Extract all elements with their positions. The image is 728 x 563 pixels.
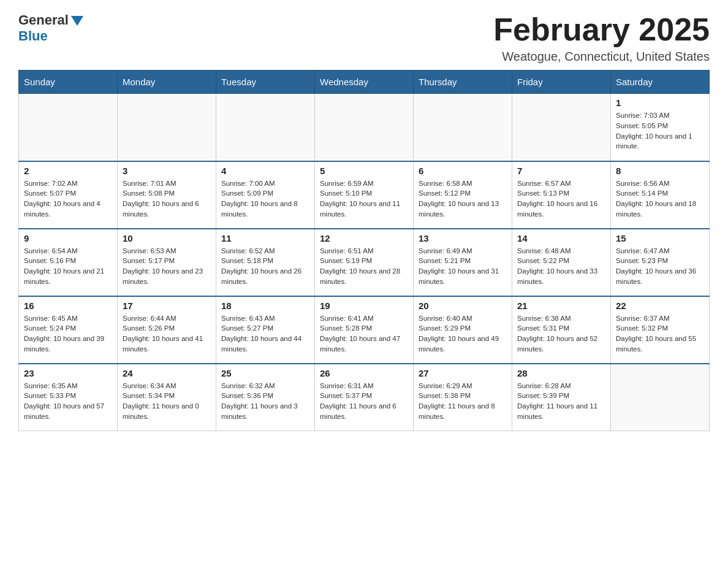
col-header-monday: Monday — [118, 71, 216, 94]
day-info: Sunrise: 6:45 AM Sunset: 5:24 PM Dayligh… — [24, 313, 112, 354]
day-info: Sunrise: 6:40 AM Sunset: 5:29 PM Dayligh… — [419, 313, 507, 354]
calendar-cell-w5-d6: 28Sunrise: 6:28 AM Sunset: 5:39 PM Dayli… — [512, 364, 611, 431]
day-number: 2 — [24, 166, 112, 176]
day-number: 26 — [320, 368, 408, 378]
day-number: 7 — [517, 166, 605, 176]
day-number: 1 — [616, 98, 704, 108]
day-info: Sunrise: 6:49 AM Sunset: 5:21 PM Dayligh… — [419, 246, 507, 287]
day-number: 3 — [123, 166, 211, 176]
calendar-cell-w1-d4 — [315, 94, 414, 161]
calendar-cell-w2-d5: 6Sunrise: 6:58 AM Sunset: 5:12 PM Daylig… — [414, 161, 512, 229]
calendar-cell-w4-d6: 21Sunrise: 6:38 AM Sunset: 5:31 PM Dayli… — [512, 296, 611, 364]
col-header-friday: Friday — [512, 71, 611, 94]
calendar-table: Sunday Monday Tuesday Wednesday Thursday… — [18, 70, 710, 431]
day-number: 6 — [419, 166, 507, 176]
day-info: Sunrise: 7:03 AM Sunset: 5:05 PM Dayligh… — [616, 110, 704, 151]
calendar-cell-w5-d2: 24Sunrise: 6:34 AM Sunset: 5:34 PM Dayli… — [118, 364, 216, 431]
day-number: 13 — [419, 233, 507, 243]
col-header-thursday: Thursday — [414, 71, 512, 94]
day-number: 20 — [419, 301, 507, 311]
day-info: Sunrise: 6:58 AM Sunset: 5:12 PM Dayligh… — [419, 178, 507, 220]
day-number: 11 — [221, 233, 309, 243]
day-info: Sunrise: 6:29 AM Sunset: 5:38 PM Dayligh… — [419, 381, 507, 422]
calendar-cell-w5-d1: 23Sunrise: 6:35 AM Sunset: 5:33 PM Dayli… — [19, 364, 118, 431]
day-info: Sunrise: 6:48 AM Sunset: 5:22 PM Dayligh… — [517, 246, 605, 287]
day-info: Sunrise: 6:31 AM Sunset: 5:37 PM Dayligh… — [320, 381, 408, 422]
day-info: Sunrise: 6:44 AM Sunset: 5:26 PM Dayligh… — [123, 313, 211, 354]
day-info: Sunrise: 6:37 AM Sunset: 5:32 PM Dayligh… — [616, 313, 704, 354]
title-section: February 2025 Weatogue, Connecticut, Uni… — [493, 12, 710, 64]
calendar-cell-w1-d6 — [512, 94, 611, 161]
calendar-header-row: Sunday Monday Tuesday Wednesday Thursday… — [19, 71, 710, 94]
day-number: 23 — [24, 368, 112, 378]
day-info: Sunrise: 6:52 AM Sunset: 5:18 PM Dayligh… — [221, 246, 309, 287]
calendar-cell-w1-d2 — [118, 94, 216, 161]
day-info: Sunrise: 7:01 AM Sunset: 5:08 PM Dayligh… — [123, 178, 211, 220]
calendar-cell-w2-d4: 5Sunrise: 6:59 AM Sunset: 5:10 PM Daylig… — [315, 161, 414, 229]
calendar-week-3: 9Sunrise: 6:54 AM Sunset: 5:16 PM Daylig… — [19, 229, 710, 296]
calendar-cell-w5-d4: 26Sunrise: 6:31 AM Sunset: 5:37 PM Dayli… — [315, 364, 414, 431]
day-number: 14 — [517, 233, 605, 243]
day-info: Sunrise: 7:00 AM Sunset: 5:09 PM Dayligh… — [221, 178, 309, 220]
day-info: Sunrise: 6:56 AM Sunset: 5:14 PM Dayligh… — [616, 178, 704, 220]
calendar-cell-w4-d7: 22Sunrise: 6:37 AM Sunset: 5:32 PM Dayli… — [611, 296, 710, 364]
day-number: 25 — [221, 368, 309, 378]
day-number: 19 — [320, 301, 408, 311]
col-header-sunday: Sunday — [19, 71, 118, 94]
day-number: 10 — [123, 233, 211, 243]
calendar-cell-w5-d3: 25Sunrise: 6:32 AM Sunset: 5:36 PM Dayli… — [216, 364, 315, 431]
day-number: 24 — [123, 368, 211, 378]
calendar-cell-w2-d7: 8Sunrise: 6:56 AM Sunset: 5:14 PM Daylig… — [611, 161, 710, 229]
calendar-cell-w4-d3: 18Sunrise: 6:43 AM Sunset: 5:27 PM Dayli… — [216, 296, 315, 364]
col-header-wednesday: Wednesday — [315, 71, 414, 94]
day-number: 27 — [419, 368, 507, 378]
day-info: Sunrise: 6:43 AM Sunset: 5:27 PM Dayligh… — [221, 313, 309, 354]
day-info: Sunrise: 6:59 AM Sunset: 5:10 PM Dayligh… — [320, 178, 408, 220]
day-number: 17 — [123, 301, 211, 311]
day-info: Sunrise: 6:35 AM Sunset: 5:33 PM Dayligh… — [24, 381, 112, 422]
calendar-cell-w2-d3: 4Sunrise: 7:00 AM Sunset: 5:09 PM Daylig… — [216, 161, 315, 229]
day-info: Sunrise: 6:41 AM Sunset: 5:28 PM Dayligh… — [320, 313, 408, 354]
calendar-cell-w2-d1: 2Sunrise: 7:02 AM Sunset: 5:07 PM Daylig… — [19, 161, 118, 229]
calendar-cell-w1-d3 — [216, 94, 315, 161]
day-number: 4 — [221, 166, 309, 176]
calendar-cell-w4-d1: 16Sunrise: 6:45 AM Sunset: 5:24 PM Dayli… — [19, 296, 118, 364]
day-info: Sunrise: 6:32 AM Sunset: 5:36 PM Dayligh… — [221, 381, 309, 422]
page-header: General Blue February 2025 Weatogue, Con… — [18, 12, 710, 64]
calendar-cell-w3-d6: 14Sunrise: 6:48 AM Sunset: 5:22 PM Dayli… — [512, 229, 611, 296]
calendar-week-5: 23Sunrise: 6:35 AM Sunset: 5:33 PM Dayli… — [19, 364, 710, 431]
day-number: 8 — [616, 166, 704, 176]
day-info: Sunrise: 7:02 AM Sunset: 5:07 PM Dayligh… — [24, 178, 112, 220]
calendar-cell-w1-d1 — [19, 94, 118, 161]
calendar-cell-w3-d2: 10Sunrise: 6:53 AM Sunset: 5:17 PM Dayli… — [118, 229, 216, 296]
calendar-cell-w4-d4: 19Sunrise: 6:41 AM Sunset: 5:28 PM Dayli… — [315, 296, 414, 364]
day-number: 22 — [616, 301, 704, 311]
day-info: Sunrise: 6:53 AM Sunset: 5:17 PM Dayligh… — [123, 246, 211, 287]
calendar-cell-w3-d5: 13Sunrise: 6:49 AM Sunset: 5:21 PM Dayli… — [414, 229, 512, 296]
calendar-week-2: 2Sunrise: 7:02 AM Sunset: 5:07 PM Daylig… — [19, 161, 710, 229]
col-header-saturday: Saturday — [611, 71, 710, 94]
calendar-cell-w4-d5: 20Sunrise: 6:40 AM Sunset: 5:29 PM Dayli… — [414, 296, 512, 364]
calendar-cell-w2-d6: 7Sunrise: 6:57 AM Sunset: 5:13 PM Daylig… — [512, 161, 611, 229]
logo-general-text: General — [18, 12, 83, 28]
calendar-cell-w3-d3: 11Sunrise: 6:52 AM Sunset: 5:18 PM Dayli… — [216, 229, 315, 296]
location-subtitle: Weatogue, Connecticut, United States — [493, 50, 710, 64]
day-info: Sunrise: 6:57 AM Sunset: 5:13 PM Dayligh… — [517, 178, 605, 220]
day-number: 5 — [320, 166, 408, 176]
day-number: 28 — [517, 368, 605, 378]
calendar-cell-w1-d7: 1Sunrise: 7:03 AM Sunset: 5:05 PM Daylig… — [611, 94, 710, 161]
col-header-tuesday: Tuesday — [216, 71, 315, 94]
logo-arrow-icon — [71, 16, 83, 26]
day-info: Sunrise: 6:51 AM Sunset: 5:19 PM Dayligh… — [320, 246, 408, 287]
day-info: Sunrise: 6:28 AM Sunset: 5:39 PM Dayligh… — [517, 381, 605, 422]
calendar-cell-w3-d7: 15Sunrise: 6:47 AM Sunset: 5:23 PM Dayli… — [611, 229, 710, 296]
day-number: 18 — [221, 301, 309, 311]
calendar-week-4: 16Sunrise: 6:45 AM Sunset: 5:24 PM Dayli… — [19, 296, 710, 364]
calendar-cell-w5-d5: 27Sunrise: 6:29 AM Sunset: 5:38 PM Dayli… — [414, 364, 512, 431]
calendar-cell-w1-d5 — [414, 94, 512, 161]
day-number: 15 — [616, 233, 704, 243]
calendar-cell-w3-d4: 12Sunrise: 6:51 AM Sunset: 5:19 PM Dayli… — [315, 229, 414, 296]
calendar-cell-w4-d2: 17Sunrise: 6:44 AM Sunset: 5:26 PM Dayli… — [118, 296, 216, 364]
day-number: 16 — [24, 301, 112, 311]
day-number: 21 — [517, 301, 605, 311]
